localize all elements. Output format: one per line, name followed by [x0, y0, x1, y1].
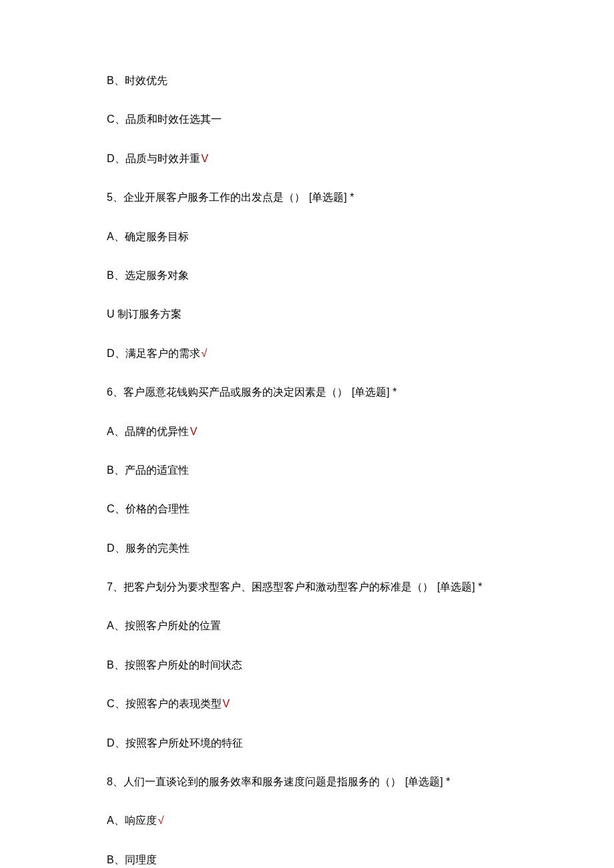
q6-option-c: C、价格的合理性: [107, 502, 534, 516]
question-tag: [单选题] *: [437, 581, 483, 592]
question-tag: [单选题] *: [309, 191, 354, 203]
q8-option-b: B、同理度: [107, 853, 534, 867]
option-text: C、价格的合理性: [107, 503, 190, 514]
option-text: A、品牌的优异性: [107, 426, 189, 437]
option-text: D、服务的完美性: [107, 542, 190, 554]
q6-option-d: D、服务的完美性: [107, 541, 534, 556]
correct-mark: √: [158, 815, 164, 826]
q5-option-b: B、选定服务对象: [107, 268, 534, 283]
q6-option-a: A、品牌的优异性V: [107, 424, 534, 439]
option-text: D、满足客户的需求: [107, 348, 200, 359]
document-page: B、时效优先 C、品质和时效任选其一 D、品质与时效并重V 5、企业开展客户服务…: [0, 0, 534, 868]
option-text: A、响应度: [107, 815, 157, 826]
question-tag: [单选题] *: [352, 386, 397, 398]
option-text: C、按照客户的表现类型: [107, 698, 222, 709]
q5-option-d: D、满足客户的需求√: [107, 346, 534, 361]
q5-option-a: A、确定服务目标: [107, 230, 534, 244]
q6-stem: 6、客户愿意花钱购买产品或服务的决定因素是（）[单选题] *: [107, 385, 534, 400]
correct-mark: √: [202, 348, 208, 359]
q4-option-b: B、时效优先: [107, 73, 534, 88]
option-text: B、按照客户所处的时间状态: [107, 659, 242, 671]
option-text: B、同理度: [107, 854, 157, 865]
question-text: 6、客户愿意花钱购买产品或服务的决定因素是（）: [107, 386, 348, 398]
q7-option-c: C、按照客户的表现类型V: [107, 697, 534, 711]
q7-option-b: B、按照客户所处的时间状态: [107, 658, 534, 673]
q6-option-b: B、产品的适宜性: [107, 463, 534, 478]
option-text: C、品质和时效任选其一: [107, 113, 222, 125]
correct-mark: V: [223, 698, 230, 709]
correct-mark: V: [190, 426, 198, 437]
question-tag: [单选题] *: [405, 776, 450, 787]
option-text: A、按照客户所处的位置: [107, 620, 221, 631]
q5-option-c: U 制订服务方案: [107, 307, 534, 322]
option-text: D、品质与时效并重: [107, 153, 200, 164]
question-text: 7、把客户划分为要求型客户、困惑型客户和激动型客户的标准是（）: [107, 581, 433, 592]
option-text: B、产品的适宜性: [107, 464, 189, 476]
q7-stem: 7、把客户划分为要求型客户、困惑型客户和激动型客户的标准是（）[单选题] *: [107, 580, 534, 594]
option-text: B、选定服务对象: [107, 270, 189, 281]
q4-option-d: D、品质与时效并重V: [107, 151, 534, 166]
option-text: D、按照客户所处环境的特征: [107, 737, 243, 749]
option-text: A、确定服务目标: [107, 231, 189, 242]
question-text: 5、企业开展客户服务工作的出发点是（）: [107, 191, 305, 203]
q7-option-a: A、按照客户所处的位置: [107, 618, 534, 633]
q5-stem: 5、企业开展客户服务工作的出发点是（）[单选题] *: [107, 190, 534, 205]
q8-option-a: A、响应度√: [107, 813, 534, 828]
option-text: U 制订服务方案: [107, 308, 182, 320]
q7-option-d: D、按照客户所处环境的特征: [107, 736, 534, 751]
question-text: 8、人们一直谈论到的服务效率和服务速度问题是指服务的（）: [107, 776, 401, 787]
q8-stem: 8、人们一直谈论到的服务效率和服务速度问题是指服务的（）[单选题] *: [107, 775, 534, 789]
option-text: B、时效优先: [107, 75, 168, 86]
q4-option-c: C、品质和时效任选其一: [107, 112, 534, 127]
correct-mark: V: [202, 153, 209, 164]
